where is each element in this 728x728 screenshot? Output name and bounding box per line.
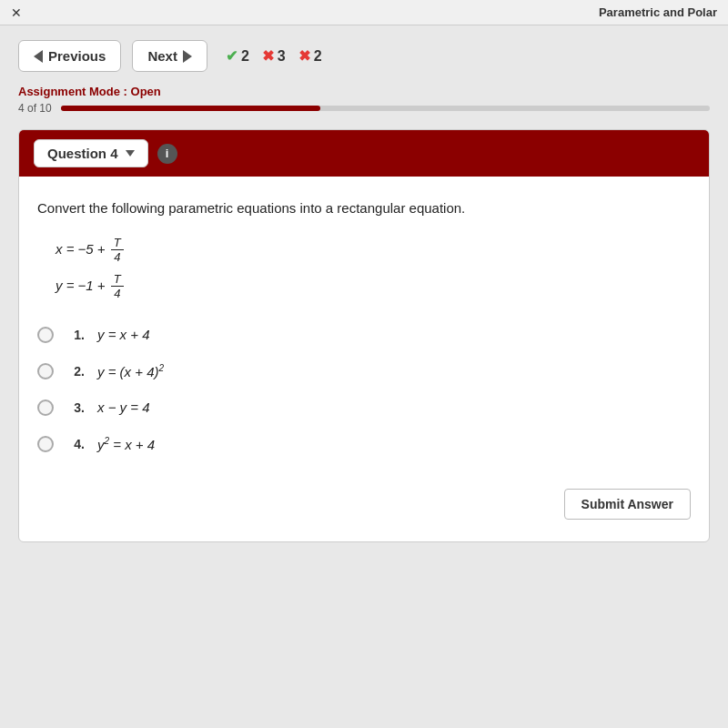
question-text: Convert the following parametric equatio…: [37, 198, 691, 219]
x2-icon: ✖: [298, 47, 310, 65]
nav-bar: Previous Next ✔ 2 ✖ 3 ✖ 2: [18, 40, 710, 72]
top-bar: ✕ Parametric and Polar: [0, 0, 728, 25]
question-label-button[interactable]: Question 4: [34, 139, 148, 167]
option-3-text: x − y = 4: [97, 399, 150, 415]
badge-check: ✔ 2: [226, 47, 249, 65]
eq2-denominator: 4: [111, 287, 123, 301]
submit-row: Submit Answer: [37, 480, 691, 523]
x1-count: 3: [278, 48, 286, 65]
badge-x2: ✖ 2: [298, 47, 322, 65]
main-content: Previous Next ✔ 2 ✖ 3 ✖ 2 Assignment Mod…: [0, 25, 728, 728]
option-4-num: 4.: [66, 437, 85, 451]
answer-options: 1. y = x + 4 2. y = (x + 4)2 3. x − y = …: [37, 321, 691, 458]
eq1-frac: T 4: [111, 236, 124, 265]
x1-icon: ✖: [262, 47, 274, 65]
equations: x = −5 + T 4 y = −1 + T 4: [37, 236, 691, 301]
eq2-left: y = −1 +: [56, 278, 109, 293]
assignment-mode: Assignment Mode : Open: [18, 85, 710, 98]
progress-label: 4 of 10: [18, 102, 52, 115]
progress-row: 4 of 10: [18, 102, 710, 115]
eq2-frac: T 4: [111, 272, 124, 301]
previous-button[interactable]: Previous: [18, 40, 121, 72]
eq1-denominator: 4: [111, 250, 123, 265]
eq1-numerator: T: [111, 236, 124, 251]
radio-2[interactable]: [37, 363, 54, 379]
eq2-numerator: T: [111, 272, 124, 288]
option-1: 1. y = x + 4: [37, 321, 691, 349]
question-card: Question 4 i Convert the following param…: [18, 129, 710, 542]
check-icon: ✔: [226, 47, 238, 65]
assignment-mode-label: Assignment Mode :: [18, 85, 127, 98]
option-4-text: y2 = x + 4: [97, 436, 155, 452]
progress-bar-fill: [61, 106, 320, 111]
option-3-num: 3.: [66, 400, 85, 415]
radio-3[interactable]: [37, 399, 54, 416]
radio-4[interactable]: [37, 436, 54, 452]
option-2-text: y = (x + 4)2: [97, 363, 164, 379]
option-4: 4. y2 = x + 4: [37, 430, 691, 458]
close-button[interactable]: ✕: [11, 5, 22, 20]
top-bar-title: Parametric and Polar: [599, 5, 717, 19]
x2-count: 2: [314, 48, 322, 65]
question-header: Question 4 i: [19, 130, 709, 177]
top-bar-left: ✕: [11, 5, 22, 20]
equation-1: x = −5 + T 4: [56, 236, 691, 265]
chevron-down-icon: [126, 150, 135, 157]
previous-label: Previous: [48, 48, 106, 64]
next-button[interactable]: Next: [132, 40, 207, 72]
eq1-left: x = −5 +: [56, 241, 109, 257]
next-label: Next: [147, 48, 177, 64]
equation-2: y = −1 + T 4: [56, 272, 691, 301]
option-3: 3. x − y = 4: [37, 394, 691, 421]
check-count: 2: [241, 48, 249, 65]
option-1-num: 1.: [66, 328, 85, 342]
badge-x1: ✖ 3: [262, 47, 286, 65]
option-1-text: y = x + 4: [97, 327, 150, 342]
radio-1[interactable]: [37, 327, 54, 343]
right-arrow-icon: [183, 50, 192, 63]
info-button[interactable]: i: [157, 144, 177, 164]
left-arrow-icon: [34, 50, 43, 63]
score-badges: ✔ 2 ✖ 3 ✖ 2: [226, 47, 322, 65]
assignment-mode-value: Open: [131, 85, 161, 98]
question-label: Question 4: [47, 146, 118, 161]
question-body: Convert the following parametric equatio…: [19, 177, 709, 541]
submit-button[interactable]: Submit Answer: [564, 489, 691, 520]
progress-bar: [61, 106, 710, 111]
option-2-num: 2.: [66, 364, 85, 379]
option-2: 2. y = (x + 4)2: [37, 358, 691, 385]
